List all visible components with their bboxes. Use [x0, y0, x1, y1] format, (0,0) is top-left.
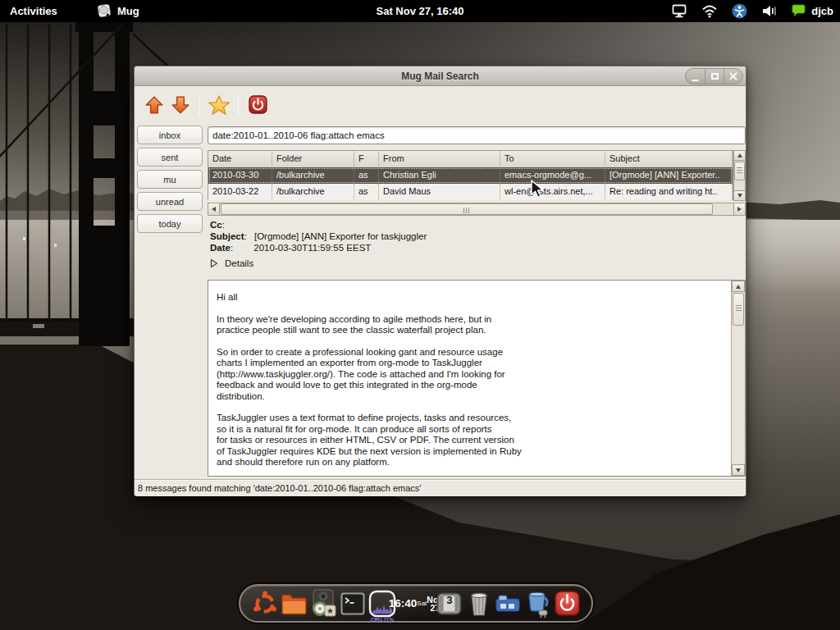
- calendar-applet[interactable]: 3: [435, 587, 464, 621]
- dock: CPU 11% 16:40 Sat Nov 27 3: [239, 584, 593, 623]
- calendar-day: 3: [435, 594, 464, 606]
- desktop: Activities Mug Sat Nov 27, 16:40: [0, 0, 840, 630]
- maximize-button[interactable]: [705, 68, 724, 84]
- paragraph: So in order to create a professional loo…: [217, 347, 723, 403]
- minimize-icon: [692, 80, 699, 81]
- trash-icon: [467, 591, 491, 617]
- mixer-pitcher-icon: [523, 590, 551, 618]
- ubuntu-logo-icon: [252, 591, 278, 617]
- power-icon: [554, 590, 581, 617]
- window-controls: [685, 68, 743, 84]
- scroll-up-button[interactable]: [733, 150, 746, 161]
- message-headers: Cc: Subject: [Orgmode] [ANN] Exporter fo…: [210, 219, 743, 269]
- power-icon: [248, 94, 268, 115]
- terminal-icon: [340, 591, 366, 616]
- media-player-icon: [309, 589, 337, 619]
- left-arrow-icon: [212, 207, 216, 212]
- column-header-from[interactable]: From: [379, 151, 500, 167]
- window-title: Mug Mail Search: [401, 71, 479, 82]
- toolbar: [135, 87, 746, 122]
- sidebar-item-unread[interactable]: unread: [137, 192, 203, 211]
- terminal-launcher[interactable]: [338, 587, 368, 621]
- details-expander[interactable]: Details: [210, 258, 743, 269]
- paragraph: Hi all: [217, 292, 723, 304]
- media-player-launcher[interactable]: [309, 587, 339, 621]
- scrollbar-thumb[interactable]: [733, 293, 744, 326]
- header-cc: Cc:: [210, 219, 743, 231]
- status-bar: 8 messages found matching 'date:2010-01.…: [135, 479, 746, 496]
- username: djcb: [811, 5, 833, 17]
- scroll-down-button[interactable]: [733, 190, 746, 201]
- clock-applet[interactable]: 16:40 Sat Nov 27: [397, 587, 435, 621]
- activities-label: Activities: [10, 5, 57, 17]
- right-arrow-icon: [737, 207, 742, 212]
- expander-triangle-icon: [210, 258, 218, 268]
- next-message-button[interactable]: [167, 92, 194, 118]
- column-header-subject[interactable]: Subject: [605, 151, 733, 167]
- trash-applet[interactable]: [464, 587, 494, 621]
- scroll-right-button[interactable]: [733, 203, 746, 216]
- up-arrow-icon: [736, 285, 741, 289]
- table-row-selected[interactable]: 2010-03-30 /bulkarchive as Christian Egl…: [208, 167, 733, 184]
- scroll-up-button[interactable]: [732, 281, 745, 292]
- grip-icon: [463, 208, 471, 213]
- minimize-button[interactable]: [686, 68, 705, 84]
- scrollbar-thumb[interactable]: [221, 203, 713, 215]
- column-header-flags[interactable]: F: [354, 151, 379, 167]
- paragraph: In theory we're developing according to …: [217, 314, 723, 336]
- toolbar-separator: [199, 94, 200, 116]
- mug-app-icon: [97, 3, 112, 19]
- grip-icon: [736, 305, 742, 313]
- titlebar[interactable]: Mug Mail Search: [135, 66, 746, 86]
- cpu-usage-label: CPU 11%: [368, 617, 397, 623]
- top-bar: Activities Mug Sat Nov 27, 16:40: [0, 0, 840, 22]
- chat-icon: [791, 4, 806, 18]
- table-row[interactable]: 2010-03-22 /bulkarchive as David Maus wl…: [208, 184, 733, 200]
- volume-icon[interactable]: [761, 4, 777, 18]
- sidebar-item-sent[interactable]: sent: [137, 148, 203, 167]
- display-icon[interactable]: [671, 4, 687, 18]
- file-manager-launcher[interactable]: [280, 587, 309, 621]
- ubuntu-launcher[interactable]: [250, 587, 280, 621]
- scroll-left-button[interactable]: [208, 203, 220, 216]
- sidebar-item-today[interactable]: today: [137, 214, 203, 233]
- message-list: Date Folder F From To Subject 2010-03-30…: [208, 150, 746, 216]
- sidebar-item-mu[interactable]: mu: [137, 170, 203, 189]
- down-arrow-icon: [737, 194, 742, 198]
- quit-button[interactable]: [244, 92, 271, 118]
- column-header-date[interactable]: Date: [208, 151, 272, 167]
- table-header-row: Date Folder F From To Subject: [208, 151, 733, 167]
- header-subject: Subject: [Orgmode] [ANN] Exporter for ta…: [210, 231, 743, 242]
- wifi-icon[interactable]: [701, 4, 718, 18]
- column-header-to[interactable]: To: [500, 151, 605, 167]
- activities-button[interactable]: Activities: [10, 0, 57, 22]
- previous-message-button[interactable]: [141, 92, 167, 118]
- close-button[interactable]: [724, 68, 742, 84]
- accessibility-icon[interactable]: [732, 3, 747, 19]
- close-icon: [729, 72, 737, 80]
- star-icon: [208, 94, 231, 116]
- message-body-view: Hi all In theory we're developing accord…: [208, 280, 746, 477]
- power-manager-applet[interactable]: [523, 587, 552, 621]
- user-menu[interactable]: djcb: [791, 0, 833, 22]
- column-header-folder[interactable]: Folder: [272, 151, 354, 167]
- header-date: Date: 2010-03-30T11:59:55 EEST: [210, 242, 743, 253]
- search-input[interactable]: [208, 126, 746, 144]
- message-vertical-scrollbar[interactable]: [731, 281, 745, 476]
- list-horizontal-scrollbar[interactable]: [208, 203, 746, 216]
- hardware-monitor-applet[interactable]: [494, 587, 523, 621]
- list-vertical-scrollbar[interactable]: [733, 150, 746, 201]
- flag-message-button[interactable]: [206, 92, 232, 118]
- sidebar-item-inbox[interactable]: inbox: [137, 126, 203, 144]
- down-arrow-icon: [736, 468, 741, 472]
- app-menu[interactable]: Mug: [97, 0, 139, 22]
- shutdown-button[interactable]: [552, 587, 582, 621]
- up-arrow-icon: [737, 153, 742, 158]
- scroll-down-button[interactable]: [732, 464, 745, 476]
- mouse-cursor: [530, 180, 548, 199]
- scrollbar-thumb[interactable]: [734, 162, 745, 180]
- toolbar-separator: [238, 94, 239, 116]
- maximize-icon: [711, 73, 719, 80]
- paragraph: TaskJuggler uses a text format to define…: [217, 413, 723, 468]
- grip-icon: [737, 167, 742, 175]
